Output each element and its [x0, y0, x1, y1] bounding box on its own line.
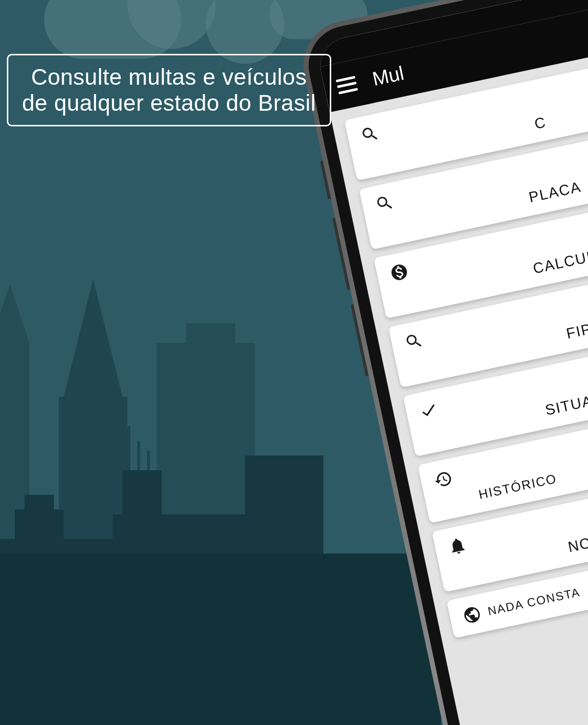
headline-callout: Consulte multas e veículos de qualquer e…: [7, 54, 331, 126]
search-icon: [403, 330, 425, 352]
search-icon: [373, 193, 395, 215]
check-icon: [417, 399, 440, 421]
headline-line2: de qualquer estado do Brasil: [22, 90, 316, 116]
dollar-icon: [388, 261, 410, 283]
headline-line1: Consulte multas e veículos: [31, 64, 307, 90]
history-icon: [432, 468, 454, 490]
menu-icon[interactable]: [336, 75, 358, 94]
card-label: NADA CONSTA: [487, 585, 582, 618]
app-title: Mul: [370, 62, 406, 90]
search-icon: [359, 123, 381, 145]
bell-icon: [446, 535, 468, 557]
globe-icon: [461, 604, 483, 626]
